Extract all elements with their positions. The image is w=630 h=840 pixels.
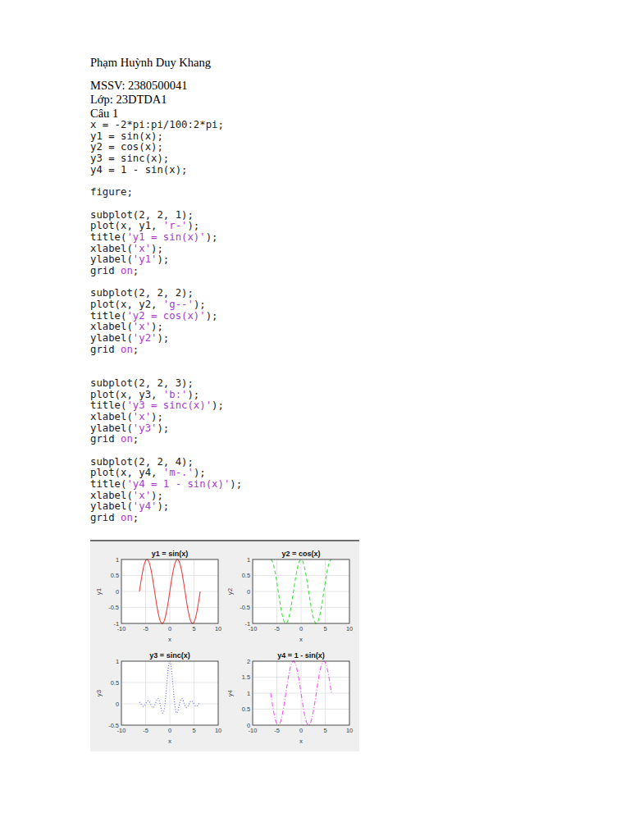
code-token: ); [187,389,199,400]
code-string: 'y3 = sinc(x)' [126,399,212,411]
code-line [90,367,242,378]
code-token: xlabel( [90,321,133,332]
code-string: 'y4' [133,500,158,512]
code-token: ); [151,321,163,332]
code-line: y4 = 1 - sin(x); [90,165,242,176]
x-tick-label: -5 [274,727,280,734]
code-token: xlabel( [90,411,133,422]
code-line: subplot(2, 2, 3); [90,378,242,390]
code-line: title('y3 = sinc(x)'); [90,400,242,412]
x-axis-label: x [168,737,171,745]
code-token: ylabel( [90,422,133,434]
code-line: plot(x, y3, 'b:'); [90,390,242,401]
code-line: subplot(2, 2, 2); [90,288,242,299]
y-tick-label: -0.5 [108,604,119,611]
code-string: 'g--' [163,299,194,310]
author-name: Phạm Huỳnh Duy Khang [90,56,211,70]
subplot-4: -10-5051000.511.52y4 = 1 - sin(x)xy4 [225,650,356,750]
code-token: title( [90,231,126,243]
code-string: on [121,265,133,276]
y-tick-label: 1 [116,556,119,564]
y-tick-label: 1 [247,556,250,564]
code-string: 'x' [133,243,151,254]
code-string: 'y1' [133,253,158,265]
code-token: ylabel( [90,253,133,265]
y-tick-label: 0.5 [242,705,250,713]
x-axis-label: x [299,737,303,745]
subplot-chart-svg: -10-5051000.511.52y4 = 1 - sin(x)xy4 [225,650,356,750]
chart-title: y3 = sinc(x) [149,651,189,660]
y-tick-label: 1 [247,690,250,697]
code-string: 'y4 = 1 - sin(x)' [126,478,230,490]
code-line: ylabel('y1'); [90,254,242,266]
y-tick-label: 0 [247,722,250,729]
code-line: title('y4 = 1 - sin(x)'); [90,479,242,491]
code-line [90,277,242,289]
y-tick-label: 1.5 [242,673,250,681]
subplot-chart-svg: -10-50510-0.500.51y3 = sinc(x)xy3 [94,650,225,750]
student-info: MSSV: 2380500041 Lớp: 23DTDA1 Câu 1 [90,79,188,121]
y-tick-label: 0.5 [111,679,119,687]
x-tick-label: 10 [215,727,221,734]
code-token: ); [157,422,169,434]
code-token: plot(x, y1, [90,220,163,231]
y-axis-label: y1 [95,588,103,595]
code-line: grid on; [90,266,242,277]
code-token: ); [206,310,218,322]
chart-title: y2 = cos(x) [282,550,321,558]
code-line: title('y2 = cos(x)'); [90,311,242,322]
code-line: x = -2*pi:pi/100:2*pi; [90,120,242,131]
code-token: ; [133,512,139,523]
code-line: subplot(2, 2, 1); [90,210,242,221]
code-token: plot(x, y4, [90,467,163,478]
code-string: 'b:' [163,389,188,400]
code-string: 'y2' [133,332,158,344]
subplot-chart-svg: -10-50510-1-0.500.51y2 = cos(x)xy2 [225,548,356,648]
matlab-figure: -10-50510-1-0.500.51y1 = sin(x)xy1-10-50… [90,540,359,751]
code-line: xlabel('x'); [90,491,242,502]
y-tick-label: 0.5 [242,572,250,579]
y-axis-label: y3 [95,690,103,696]
code-token: ); [151,411,163,422]
code-token: title( [90,399,126,411]
code-token: grid [90,265,121,276]
matlab-code-block: x = -2*pi:pi/100:2*pi;y1 = sin(x);y2 = c… [90,120,242,524]
y-tick-label: -0.5 [108,722,119,729]
code-token: ); [194,467,206,478]
code-token: title( [90,310,126,322]
code-line: grid on; [90,345,242,356]
code-token: ylabel( [90,500,133,512]
code-token: title( [90,478,126,490]
code-line: xlabel('x'); [90,244,242,255]
x-tick-label: 5 [323,625,326,632]
y-tick-label: 2 [247,658,250,665]
code-token: subplot(2, 2, 2); [90,287,194,299]
code-token: ); [157,500,169,512]
code-token: figure; [90,186,133,198]
code-line [90,355,242,367]
x-tick-label: 0 [299,727,303,734]
code-string: 'x' [133,321,151,332]
code-token: ); [157,332,169,344]
y-tick-label: -1 [244,620,250,628]
code-line [90,199,242,210]
subplot-1: -10-50510-1-0.500.51y1 = sin(x)xy1 [94,548,225,648]
y-tick-label: -0.5 [240,604,250,611]
code-string: 'x' [133,490,151,501]
code-token: ); [151,243,163,254]
code-token: plot(x, y3, [90,389,163,400]
code-line [90,176,242,187]
figure-grid: -10-50510-1-0.500.51y1 = sin(x)xy1-10-50… [90,541,359,750]
y-tick-label: 0 [247,588,250,596]
code-line: plot(x, y4, 'm-.'); [90,468,242,479]
code-string: 'm-.' [163,467,194,478]
chart-title: y1 = sin(x) [152,550,188,558]
code-line: y3 = sinc(x); [90,153,242,165]
code-string: 'y2 = cos(x)' [126,310,205,322]
code-token: ylabel( [90,332,133,344]
code-line: grid on; [90,513,242,524]
code-token: subplot(2, 2, 1); [90,209,194,221]
y-tick-label: -1 [113,620,119,628]
subplot-3: -10-50510-0.500.51y3 = sinc(x)xy3 [94,650,225,750]
x-tick-label: 0 [299,625,303,632]
